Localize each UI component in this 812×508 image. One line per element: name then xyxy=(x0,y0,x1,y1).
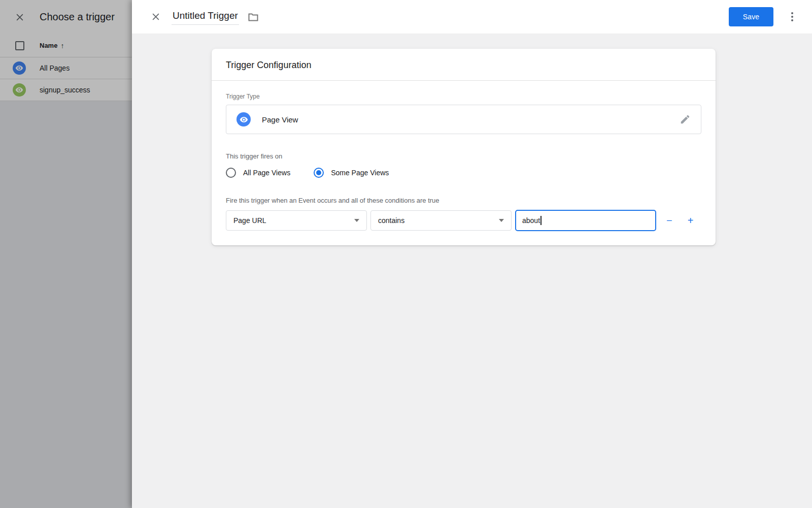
trigger-picker-sidebar: Choose a trigger Name ↑ All Pages signup… xyxy=(0,0,132,508)
radio-unselected-icon xyxy=(226,168,236,178)
close-editor-icon[interactable] xyxy=(149,10,162,23)
save-button[interactable]: Save xyxy=(729,7,773,26)
edit-pencil-icon[interactable] xyxy=(679,113,692,126)
radio-all-page-views[interactable]: All Page Views xyxy=(226,168,290,178)
chevron-down-icon xyxy=(499,219,504,222)
radio-some-page-views[interactable]: Some Page Views xyxy=(314,168,389,178)
trigger-title-field[interactable]: Untitled Trigger xyxy=(172,9,239,25)
conditions-label: Fire this trigger when an Event occurs a… xyxy=(226,197,701,204)
chevron-down-icon xyxy=(354,219,359,222)
card-title: Trigger Configuration xyxy=(226,60,701,71)
trigger-type-value: Page View xyxy=(262,115,298,124)
condition-value-input[interactable]: about xyxy=(515,210,656,231)
editor-topbar: Untitled Trigger Save xyxy=(132,0,812,34)
more-options-icon[interactable] xyxy=(786,9,799,24)
trigger-type-box[interactable]: Page View xyxy=(226,105,701,134)
fires-on-label: This trigger fires on xyxy=(226,152,701,160)
text-cursor xyxy=(540,216,542,225)
operator-select[interactable]: contains xyxy=(370,210,512,231)
variable-select[interactable]: Page URL xyxy=(226,210,367,231)
card-header: Trigger Configuration xyxy=(212,49,716,81)
remove-condition-button[interactable]: − xyxy=(663,213,675,228)
radio-selected-icon xyxy=(314,168,324,178)
trigger-type-label: Trigger Type xyxy=(226,93,701,100)
folder-icon[interactable] xyxy=(246,10,260,24)
pageview-eye-icon xyxy=(236,112,251,126)
modal-scrim[interactable] xyxy=(0,0,132,508)
trigger-editor-panel: Untitled Trigger Save Trigger Configurat… xyxy=(132,0,812,508)
add-condition-button[interactable]: + xyxy=(685,213,697,228)
trigger-configuration-card: Trigger Configuration Trigger Type Page … xyxy=(212,49,716,245)
